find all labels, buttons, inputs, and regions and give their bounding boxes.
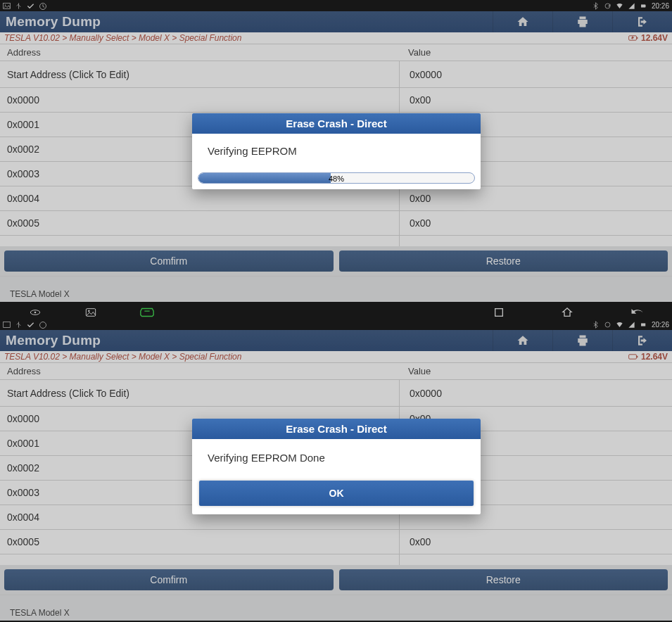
- footer-label: TESLA Model X: [0, 595, 672, 621]
- usb-icon: [15, 2, 23, 10]
- cell-value: [400, 554, 410, 565]
- screen-bottom: 20:26 Memory Dump TESLA V10.02 > Manuall…: [0, 319, 672, 622]
- progress-modal: Erase Crash - Direct Verifying EEPROM 48…: [192, 113, 481, 189]
- modal-message: Verifying EEPROM Done: [192, 439, 481, 478]
- wifi-icon: [616, 2, 623, 10]
- svg-rect-4: [645, 5, 646, 6]
- confirm-button[interactable]: Comfirm: [4, 250, 334, 272]
- breadcrumb-row: TESLA V10.02 > Manually Select > Model X…: [0, 32, 672, 44]
- statusbar-time: 20:26: [652, 321, 669, 329]
- cell-address: [0, 236, 400, 246]
- svg-point-1: [5, 4, 6, 5]
- cell-value: [400, 236, 410, 246]
- statusbar: 20:26: [0, 0, 672, 11]
- svg-rect-12: [4, 322, 11, 327]
- cell-address: Start Address (Click To Edit): [0, 61, 400, 87]
- progress-label: 48%: [198, 173, 474, 184]
- bluetooth-icon: [592, 2, 600, 10]
- nav-home-icon[interactable]: [561, 307, 573, 318]
- page-title: Memory Dump: [0, 14, 101, 30]
- breadcrumb-row: TESLA V10.02 > Manually Select > Model X…: [0, 351, 672, 362]
- image-icon: [3, 2, 11, 10]
- clock-icon: [39, 2, 46, 10]
- nav-orbit-icon[interactable]: [28, 307, 42, 318]
- battery-icon: [640, 321, 647, 329]
- svg-rect-6: [637, 37, 638, 39]
- svg-rect-16: [629, 355, 637, 359]
- exit-button[interactable]: [612, 11, 672, 32]
- restore-button[interactable]: Restore: [339, 250, 668, 272]
- table-row: 0x00040x00: [0, 186, 672, 210]
- cell-address: 0x0000: [0, 88, 400, 112]
- ok-button[interactable]: OK: [199, 481, 474, 506]
- svg-rect-15: [641, 323, 645, 326]
- nav-back-icon[interactable]: [630, 307, 644, 317]
- cell-address: Start Address (Click To Edit): [0, 380, 400, 406]
- battery-icon: [640, 2, 647, 10]
- cell-address: [0, 554, 400, 565]
- table-row: [0, 554, 672, 565]
- svg-rect-17: [637, 356, 638, 358]
- header-address: Address: [0, 44, 401, 61]
- table-row[interactable]: Start Address (Click To Edit)0x0000: [0, 61, 672, 87]
- table-header: Address Value: [0, 362, 672, 379]
- breadcrumb: TESLA V10.02 > Manually Select > Model X…: [4, 33, 241, 43]
- svg-point-13: [40, 322, 46, 328]
- cell-value: 0x00: [400, 186, 431, 210]
- table-header: Address Value: [0, 44, 672, 61]
- voltage: 12.64V: [628, 352, 668, 362]
- image-icon: [3, 321, 11, 329]
- cell-value: 0x00: [400, 530, 431, 554]
- statusbar: 20:26: [0, 319, 672, 330]
- footer-label: TESLA Model X: [0, 276, 672, 302]
- button-bar: Comfirm Restore: [0, 246, 672, 276]
- titlebar: Memory Dump: [0, 11, 672, 32]
- sync-icon: [604, 2, 611, 10]
- statusbar-time: 20:26: [652, 2, 669, 10]
- page-title: Memory Dump: [0, 333, 101, 348]
- signal-icon: [628, 2, 635, 10]
- button-bar: Comfirm Restore: [0, 565, 672, 595]
- nav-recent-icon[interactable]: [493, 307, 505, 318]
- header-value: Value: [401, 363, 438, 379]
- print-button[interactable]: [552, 330, 612, 351]
- bluetooth-icon: [592, 321, 600, 329]
- cell-value: 0x00: [400, 211, 431, 235]
- check-icon: [27, 2, 34, 10]
- svg-point-10: [88, 310, 90, 312]
- table-row: [0, 235, 672, 246]
- restore-button[interactable]: Restore: [339, 569, 668, 590]
- check-icon: [27, 321, 34, 329]
- cell-address: 0x0005: [0, 530, 400, 554]
- header-address: Address: [0, 363, 401, 379]
- print-button[interactable]: [552, 11, 612, 32]
- cell-value: 0x00: [400, 88, 431, 112]
- clock-icon: [39, 321, 46, 329]
- table-row: 0x00000x00: [0, 87, 672, 112]
- usb-icon: [15, 321, 23, 329]
- cell-value: 0x0000: [400, 380, 442, 406]
- svg-rect-11: [495, 309, 503, 317]
- svg-point-8: [34, 312, 37, 314]
- confirm-button[interactable]: Comfirm: [4, 569, 334, 590]
- modal-title: Erase Crash - Direct: [192, 113, 481, 134]
- header-value: Value: [401, 44, 438, 61]
- screen-top: 20:26 Memory Dump TESLA V10.02 > Manuall…: [0, 0, 672, 319]
- modal-message: Verifying EEPROM: [192, 134, 481, 168]
- exit-button[interactable]: [612, 330, 672, 351]
- cell-value: 0x0000: [400, 61, 442, 87]
- home-button[interactable]: [493, 11, 552, 32]
- voltage: 12.64V: [628, 33, 668, 43]
- home-button[interactable]: [493, 330, 552, 351]
- modal-title: Erase Crash - Direct: [192, 419, 481, 439]
- table-row[interactable]: Start Address (Click To Edit)0x0000: [0, 379, 672, 406]
- progress-bar: 48%: [198, 172, 475, 184]
- cell-address: 0x0005: [0, 211, 400, 235]
- table-row: 0x00050x00: [0, 210, 672, 235]
- nav-diag-icon[interactable]: [139, 307, 155, 318]
- breadcrumb: TESLA V10.02 > Manually Select > Model X…: [4, 352, 241, 362]
- table-row: 0x00050x00: [0, 529, 672, 554]
- done-modal: Erase Crash - Direct Verifying EEPROM Do…: [192, 419, 481, 514]
- nav-image-icon[interactable]: [84, 307, 97, 318]
- titlebar: Memory Dump: [0, 330, 672, 351]
